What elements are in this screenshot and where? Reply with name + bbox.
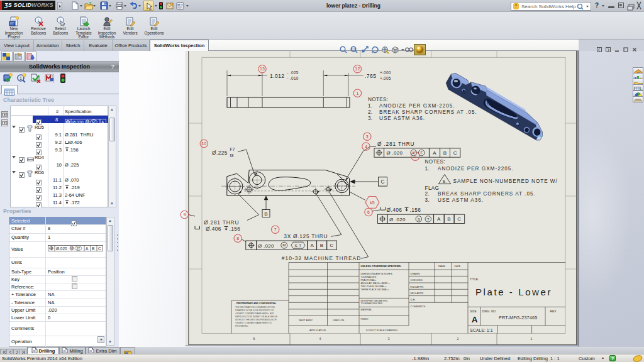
svg-text:B.: B. (443, 179, 447, 184)
svg-text:2.: 2. (425, 191, 430, 197)
svg-text:Ø.406: Ø.406 (206, 226, 221, 232)
svg-text:Ø .281 THRU: Ø .281 THRU (377, 141, 414, 147)
svg-text:- .010: - .010 (287, 76, 299, 80)
svg-text:S: S (418, 217, 420, 221)
svg-text:<INSERT COMPANY NAME HERE>. AN: <INSERT COMPANY NAME HERE>. ANY (235, 312, 275, 315)
svg-text:C: C (457, 216, 461, 222)
svg-text:COMMENTS:: COMMENTS: (411, 305, 426, 308)
svg-text:3X Ø.125 THRU: 3X Ø.125 THRU (284, 233, 328, 239)
svg-text:ST: ST (92, 120, 96, 124)
svg-text:2: 2 (414, 154, 416, 158)
svg-text:4: 4 (365, 145, 367, 149)
svg-text:FRACTIONAL±: FRACTIONAL± (361, 279, 377, 282)
svg-text:M: M (70, 246, 73, 250)
svg-text:PROHIBITED.: PROHIBITED. (235, 325, 248, 327)
svg-text:.156: .156 (230, 226, 241, 232)
svg-text:M: M (86, 120, 89, 124)
svg-text:Ø .020: Ø .020 (387, 150, 403, 156)
svg-text:1.012: 1.012 (270, 73, 285, 79)
svg-text:10: 10 (201, 141, 206, 146)
svg-text:#10-32 MACHINE THREAD: #10-32 MACHINE THREAD (282, 255, 362, 261)
svg-text:C: C (330, 243, 334, 248)
svg-text:REPRODUCTION IN PART OR AS A W: REPRODUCTION IN PART OR AS A WHOLE (235, 315, 278, 318)
svg-text:Ø.020: Ø.020 (56, 246, 67, 251)
svg-text:Plate - Lower: Plate - Lower (475, 287, 552, 297)
svg-text:1.: 1. (425, 166, 430, 172)
svg-text:C: C (453, 150, 457, 156)
svg-text:CHECKED: CHECKED (411, 278, 423, 282)
svg-text:Ø.225: Ø.225 (212, 150, 228, 156)
svg-text:Ø .020: Ø .020 (389, 217, 406, 222)
svg-text:Ø.281 THRU: Ø.281 THRU (204, 219, 239, 226)
svg-text:M: M (282, 243, 286, 247)
svg-text:USE ASTM A36.: USE ASTM A36. (438, 197, 484, 203)
svg-text:FLAG: FLAG (425, 185, 440, 191)
svg-text:TITLE:: TITLE: (470, 278, 479, 281)
svg-text:REV: REV (550, 310, 557, 313)
svg-text:<INSERT COMPANY NAME HERE> IS: <INSERT COMPANY NAME HERE> IS (235, 322, 272, 324)
svg-text:UNLESS OTHERWISE SPECIFIED:: UNLESS OTHERWISE SPECIFIED: (361, 265, 402, 268)
svg-text:- .025: - .025 (287, 70, 299, 75)
svg-text:B: B (92, 246, 94, 251)
svg-text:A: A (433, 150, 436, 156)
svg-text:Q.A.: Q.A. (411, 298, 416, 301)
svg-text:1: 1 (19, 76, 22, 80)
svg-text:6: 6 (367, 210, 370, 214)
svg-text:DRAWING IS THE SOLE PROPERTY O: DRAWING IS THE SOLE PROPERTY OF (235, 309, 274, 312)
svg-text:DWG. NO.: DWG. NO. (482, 310, 497, 313)
svg-text:THE INFORMATION CONTAINED IN T: THE INFORMATION CONTAINED IN THIS (235, 306, 275, 309)
svg-text:TWO PLACE DECIMAL ±: TWO PLACE DECIMAL ± (361, 285, 387, 288)
svg-text:TOLERANCING PER:: TOLERANCING PER: (361, 302, 383, 305)
svg-text:A: A (472, 315, 478, 324)
svg-text:1: 1 (356, 91, 358, 96)
svg-text:DO NOT SCALE DRAWING: DO NOT SCALE DRAWING (366, 329, 397, 332)
svg-text:SCALE: 1:1: SCALE: 1:1 (470, 328, 494, 332)
svg-text:ANODIZE PER GXM-2205.: ANODIZE PER GXM-2205. (379, 103, 455, 109)
svg-text:T: T (427, 217, 430, 221)
svg-text:7: 7 (274, 228, 277, 232)
svg-text:NOTES:: NOTES: (368, 97, 388, 102)
svg-text:MFG APPR.: MFG APPR. (411, 292, 425, 295)
svg-text:ENG APPR.: ENG APPR. (411, 285, 425, 288)
svg-text:DRAWN: DRAWN (411, 272, 420, 275)
svg-text:ANGULAR: MACH± BEND ±: ANGULAR: MACH± BEND ± (361, 282, 390, 285)
svg-text:Ø.020: Ø.020 (72, 120, 84, 124)
svg-text:F: F (420, 150, 423, 155)
svg-text:USED ON: USED ON (333, 319, 344, 322)
svg-text:THREE PLACE DECIMAL ±: THREE PLACE DECIMAL ± (361, 288, 389, 291)
svg-text:MATERIAL: MATERIAL (361, 309, 372, 311)
svg-text:ANODIZE PER GXM-2205.: ANODIZE PER GXM-2205. (438, 166, 514, 172)
svg-text:C: C (381, 179, 385, 185)
svg-text:SAMPLE NON-NUMBERED NOTE W/: SAMPLE NON-NUMBERED NOTE W/ (453, 178, 558, 184)
svg-text:Ø .020: Ø .020 (258, 243, 274, 249)
svg-text:A: A (86, 246, 89, 251)
svg-text:12: 12 (355, 67, 360, 71)
svg-text:B: B (264, 211, 267, 217)
svg-text:A: A (101, 120, 104, 124)
svg-text:ST: ST (77, 247, 80, 250)
svg-text:f8: f8 (230, 153, 234, 158)
svg-text:INTERPRET GEOMETRIC: INTERPRET GEOMETRIC (361, 300, 388, 302)
svg-text:k5: k5 (370, 200, 375, 205)
svg-text:3.: 3. (425, 197, 430, 203)
svg-text:Ø.406: Ø.406 (387, 207, 402, 213)
svg-text:C: C (98, 246, 101, 251)
svg-text:1.: 1. (368, 103, 372, 109)
svg-text:9: 9 (183, 212, 186, 217)
svg-text:SIZE: SIZE (470, 310, 477, 313)
svg-text:A: A (310, 243, 314, 248)
svg-text:B: B (443, 150, 447, 156)
svg-text:S T: S T (294, 243, 301, 248)
svg-text:BREAK SHARP CORNERS AT .05.: BREAK SHARP CORNERS AT .05. (379, 109, 477, 115)
svg-text:DIMENSIONS ARE IN INCHES: DIMENSIONS ARE IN INCHES (361, 273, 393, 275)
svg-text:8: 8 (236, 236, 239, 241)
svg-text:TOLERANCES:: TOLERANCES: (361, 276, 377, 278)
svg-text:DATE: DATE (455, 265, 461, 268)
svg-text:NEXT ASSY: NEXT ASSY (299, 319, 313, 322)
svg-text:13: 13 (260, 67, 265, 71)
svg-text:+.000: +.000 (380, 70, 391, 75)
svg-text:A: A (437, 216, 441, 222)
svg-text:2.: 2. (368, 109, 372, 115)
svg-text:PROPRIETARY AND CONFIDENTIAL: PROPRIETARY AND CONFIDENTIAL (236, 302, 277, 305)
svg-text:FINISH: FINISH (361, 318, 369, 321)
